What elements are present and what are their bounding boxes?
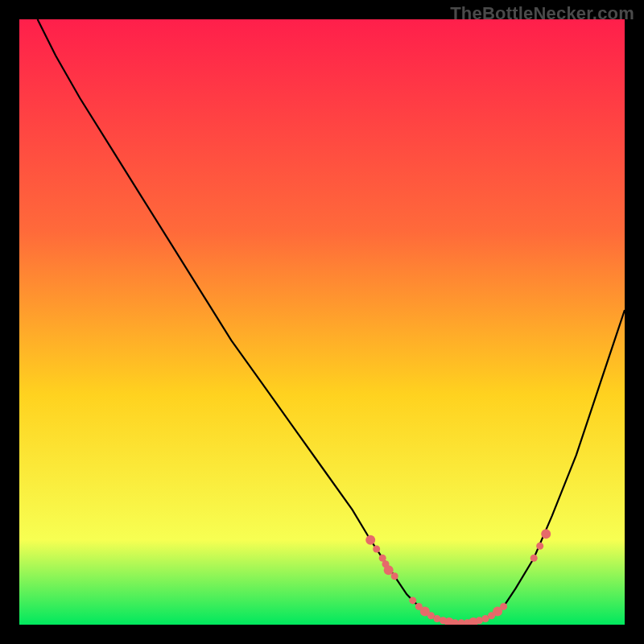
chart-frame bbox=[19, 19, 625, 625]
watermark-text: TheBottleNecker.com bbox=[450, 3, 634, 24]
curve-marker bbox=[391, 572, 398, 580]
bottleneck-chart bbox=[19, 19, 625, 625]
curve-marker bbox=[373, 546, 380, 553]
curve-marker bbox=[409, 597, 416, 604]
gradient-background bbox=[19, 19, 625, 625]
curve-marker bbox=[384, 565, 394, 575]
curve-marker bbox=[536, 543, 543, 550]
curve-marker bbox=[530, 555, 538, 562]
curve-marker bbox=[365, 535, 375, 545]
curve-marker bbox=[500, 603, 507, 610]
curve-marker bbox=[541, 529, 551, 539]
